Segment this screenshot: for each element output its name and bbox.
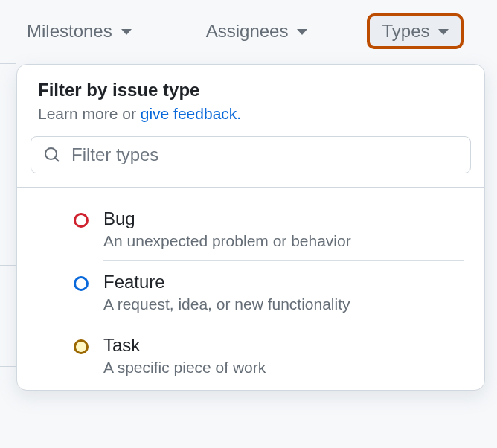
type-name: Task — [103, 335, 464, 356]
svg-line-1 — [55, 158, 59, 161]
chevron-down-icon — [438, 29, 449, 35]
svg-point-0 — [45, 148, 57, 159]
circle-icon — [74, 276, 89, 291]
types-dropdown: Filter by issue type Learn more or give … — [16, 64, 485, 391]
types-label: Types — [382, 21, 429, 42]
filter-types-input[interactable] — [71, 144, 458, 165]
type-list: Bug An unexpected problem or behavior Fe… — [17, 188, 484, 390]
circle-icon — [74, 213, 89, 228]
give-feedback-link[interactable]: give feedback. — [141, 105, 241, 122]
types-filter[interactable]: Types — [367, 13, 464, 49]
filter-bar: Milestones Assignees Types — [0, 0, 497, 63]
assignees-filter[interactable]: Assignees — [191, 13, 323, 49]
row-separator — [0, 366, 16, 367]
chevron-down-icon — [121, 29, 132, 35]
type-name: Feature — [103, 272, 464, 292]
row-separator — [0, 63, 16, 64]
type-desc: A specific piece of work — [103, 359, 464, 377]
search-box[interactable] — [31, 136, 471, 173]
row-separator — [0, 265, 16, 266]
type-desc: An unexpected problem or behavior — [103, 232, 464, 250]
subtitle-prefix: Learn more or — [38, 105, 141, 122]
type-desc: A request, idea, or new functionality — [103, 295, 464, 313]
milestones-filter[interactable]: Milestones — [12, 13, 147, 49]
type-item-task[interactable]: Task A specific piece of work — [17, 324, 484, 387]
circle-icon — [74, 339, 89, 354]
search-wrapper — [17, 133, 484, 188]
type-name: Bug — [103, 208, 464, 229]
search-icon — [43, 146, 61, 164]
chevron-down-icon — [297, 29, 307, 35]
dropdown-header: Filter by issue type Learn more or give … — [17, 65, 484, 133]
milestones-label: Milestones — [27, 21, 112, 42]
dropdown-title: Filter by issue type — [38, 80, 464, 100]
assignees-label: Assignees — [206, 21, 289, 42]
type-item-bug[interactable]: Bug An unexpected problem or behavior — [17, 198, 484, 261]
dropdown-subtitle: Learn more or give feedback. — [38, 105, 464, 123]
type-item-feature[interactable]: Feature A request, idea, or new function… — [17, 261, 484, 324]
